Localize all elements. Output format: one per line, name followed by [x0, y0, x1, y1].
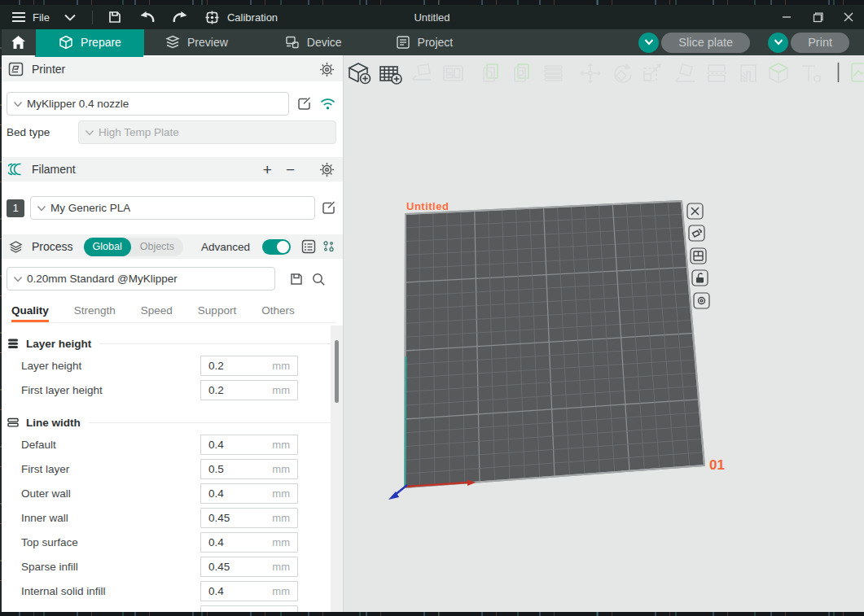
viewport-3d[interactable]: Untitled 01	[344, 55, 864, 616]
param-input[interactable]: 0.5mm	[200, 459, 298, 479]
printer-preset-combo[interactable]: MyKlipper 0.4 nozzle	[7, 92, 289, 116]
param-input[interactable]: 0.45mm	[200, 557, 298, 577]
group-header: Line width	[7, 413, 336, 432]
param-value: 0.45	[208, 561, 272, 573]
paste-icon	[515, 64, 528, 81]
param-input[interactable]: 0.4mm	[200, 435, 298, 455]
slice-options-chevron-icon[interactable]	[638, 33, 659, 53]
param-label: First layer	[21, 463, 200, 475]
print-label[interactable]: Print	[791, 33, 849, 53]
copy-icon	[484, 64, 498, 81]
param-input[interactable]: 0.4mm	[200, 581, 298, 601]
arrange-plate-button[interactable]	[691, 248, 706, 264]
param-tab-others[interactable]: Others	[261, 304, 295, 322]
param-unit: mm	[272, 384, 290, 396]
save-preset-icon[interactable]	[289, 272, 304, 286]
delete-plate-button[interactable]	[687, 203, 703, 219]
calibration-icon[interactable]	[204, 8, 221, 26]
bed-type-label: Bed type	[7, 126, 78, 138]
rotate-tool-icon	[615, 63, 631, 82]
filament-settings-gear-icon[interactable]	[319, 162, 335, 177]
process-preset-combo[interactable]: 0.20mm Standard @MyKlipper	[7, 267, 275, 291]
slice-plate-button[interactable]: Slice plate	[638, 33, 750, 53]
param-label: Inner wall	[21, 512, 200, 524]
add-filament-button[interactable]: +	[263, 162, 272, 177]
device-monitor-icon	[285, 35, 300, 50]
filament-preset-combo[interactable]: My Generic PLA	[30, 196, 315, 220]
process-param-tabs: QualityStrengthSpeedSupportOthers	[7, 300, 336, 323]
minimize-button[interactable]	[771, 5, 802, 29]
param-value: 0.4	[208, 585, 272, 597]
slice-plate-label[interactable]: Slice plate	[661, 33, 750, 53]
param-unit: mm	[272, 463, 290, 475]
filament-spool-icon	[8, 162, 24, 177]
param-label: Internal solid infill	[21, 585, 200, 597]
process-header-label: Process	[32, 240, 73, 253]
close-button[interactable]	[833, 5, 864, 29]
scope-global[interactable]: Global	[84, 238, 131, 256]
print-options-chevron-icon[interactable]	[768, 33, 788, 53]
group-title: Line width	[26, 417, 81, 429]
tab-preview-label: Preview	[187, 36, 228, 49]
wifi-connection-icon[interactable]	[319, 97, 336, 111]
tab-preview[interactable]: Preview	[154, 29, 239, 55]
tab-prepare[interactable]: Prepare	[36, 29, 144, 55]
objects-list-icon[interactable]	[301, 239, 316, 254]
file-menu[interactable]: File	[33, 11, 50, 24]
param-input[interactable]: 0.4mm	[200, 483, 298, 504]
redo-icon[interactable]	[171, 8, 189, 26]
param-tab-strength[interactable]: Strength	[74, 304, 116, 322]
plate-name-label: Untitled	[406, 200, 449, 212]
sidebar-scrollbar-thumb[interactable]	[335, 340, 339, 403]
hamburger-menu-icon[interactable]	[10, 8, 28, 26]
maximize-button[interactable]	[802, 5, 833, 29]
build-plate[interactable]	[405, 201, 704, 487]
param-input[interactable]: 0.4mm	[200, 532, 298, 553]
sidebar-scrollbar[interactable]	[331, 325, 343, 616]
combo-chevron-icon	[13, 101, 23, 107]
undo-icon[interactable]	[138, 8, 156, 26]
remove-filament-button[interactable]: −	[286, 162, 295, 177]
scope-objects[interactable]: Objects	[131, 238, 183, 256]
add-object-icon[interactable]	[349, 63, 371, 84]
arrange-icon	[444, 66, 463, 81]
process-preset-value: 0.20mm Standard @MyKlipper	[27, 273, 178, 285]
param-input[interactable]: 0.2mm	[200, 356, 298, 376]
line-width-icon	[7, 416, 20, 429]
move-tool-icon	[580, 63, 601, 84]
combo-chevron-icon	[37, 205, 46, 212]
param-unit: mm	[272, 561, 290, 573]
search-preset-icon[interactable]	[311, 272, 326, 286]
bed-type-value: High Temp Plate	[99, 126, 179, 138]
capture-noise-bottom	[0, 612, 864, 616]
orient-plate-button[interactable]	[689, 225, 704, 241]
chevron-down-icon[interactable]	[61, 8, 79, 26]
param-value: 0.45	[208, 512, 272, 524]
plate-settings-button[interactable]	[694, 293, 709, 308]
printer-settings-gear-icon[interactable]	[319, 62, 335, 77]
tab-project-label: Project	[418, 36, 454, 49]
param-tab-support[interactable]: Support	[198, 304, 236, 322]
home-button[interactable]	[0, 29, 36, 55]
edit-filament-icon[interactable]	[321, 200, 336, 216]
save-icon[interactable]	[106, 8, 124, 26]
param-input[interactable]: 0.45mm	[200, 508, 298, 528]
settings-sidebar: Printer MyKlipper 0.4 nozzle Bed type Hi…	[0, 55, 344, 616]
print-button[interactable]: Print	[768, 33, 849, 53]
param-value: 0.4	[208, 536, 272, 548]
titlebar: File Calibration Untitled	[0, 5, 864, 29]
tab-project[interactable]: Project	[384, 29, 465, 55]
param-unit: mm	[272, 487, 290, 500]
lock-plate-button[interactable]	[692, 270, 708, 286]
add-plate-icon[interactable]	[380, 67, 401, 84]
filament-header-label: Filament	[32, 163, 76, 176]
tab-device[interactable]: Device	[274, 29, 353, 55]
edit-printer-icon[interactable]	[296, 96, 312, 111]
param-input[interactable]: 0.2mm	[200, 380, 298, 400]
params-dots-icon[interactable]	[322, 240, 335, 253]
bed-type-combo[interactable]: High Temp Plate	[78, 120, 336, 144]
advanced-toggle[interactable]	[262, 239, 291, 255]
param-tab-quality[interactable]: Quality	[11, 304, 49, 322]
calibration-label[interactable]: Calibration	[227, 11, 278, 24]
param-tab-speed[interactable]: Speed	[141, 304, 173, 322]
